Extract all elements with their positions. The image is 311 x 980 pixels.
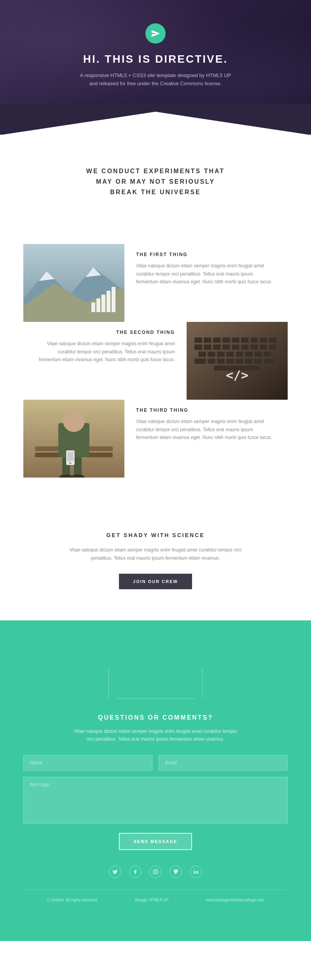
svg-rect-22 bbox=[194, 344, 202, 350]
experiments-heading: WE CONDUCT EXPERIMENTS THATMAY OR MAY NO… bbox=[31, 166, 280, 198]
svg-rect-15 bbox=[213, 337, 221, 343]
svg-rect-60 bbox=[67, 452, 73, 461]
feature-image-mountains bbox=[23, 244, 124, 322]
github-icon[interactable] bbox=[169, 866, 182, 878]
svg-rect-45 bbox=[254, 358, 262, 364]
footer-middle: Design: HTML5 UP bbox=[135, 898, 169, 902]
svg-rect-39 bbox=[194, 358, 206, 364]
svg-rect-33 bbox=[217, 351, 225, 357]
svg-rect-43 bbox=[236, 358, 243, 364]
hero-section: HI. THIS IS DIRECTIVE. A responsive HTML… bbox=[0, 0, 311, 135]
svg-rect-24 bbox=[213, 344, 221, 350]
svg-point-61 bbox=[70, 462, 72, 464]
feature-row-2: </> THE SECOND THING Vitae natoque dictu… bbox=[23, 322, 288, 400]
svg-rect-10 bbox=[107, 291, 110, 312]
experiments-section: WE CONDUCT EXPERIMENTS THATMAY OR MAY NO… bbox=[0, 135, 311, 244]
svg-rect-44 bbox=[245, 358, 253, 364]
svg-rect-42 bbox=[226, 358, 234, 364]
feature-text-2: THE SECOND THING Vitae natoque dictum et… bbox=[23, 322, 187, 371]
svg-rect-28 bbox=[250, 344, 258, 350]
svg-rect-18 bbox=[241, 337, 249, 343]
svg-rect-26 bbox=[232, 344, 239, 350]
svg-rect-32 bbox=[208, 351, 215, 357]
feature-text-1: THE FIRST THING Vitae natoque dictum eti… bbox=[124, 244, 288, 293]
svg-rect-14 bbox=[204, 337, 211, 343]
sep-line-left bbox=[108, 667, 109, 698]
cta-section: GET SHADY WITH SCIENCE Vitae natoque dic… bbox=[0, 509, 311, 620]
green-section-chevron bbox=[23, 620, 288, 652]
svg-rect-8 bbox=[96, 299, 100, 312]
cta-heading: GET SHADY WITH SCIENCE bbox=[31, 532, 280, 538]
svg-rect-31 bbox=[198, 351, 206, 357]
contact-heading: QUESTIONS OR COMMENTS? bbox=[23, 714, 288, 721]
hero-title: HI. THIS IS DIRECTIVE. bbox=[16, 53, 295, 65]
facebook-icon[interactable] bbox=[129, 866, 142, 878]
feature-row-3: THE THIRD THING Vitae natoque dictum eti… bbox=[23, 400, 288, 478]
form-name-email-row bbox=[23, 755, 288, 771]
hero-icon-circle bbox=[145, 23, 166, 44]
contact-section: QUESTIONS OR COMMENTS? Vitae natoque dic… bbox=[0, 620, 311, 941]
svg-rect-30 bbox=[269, 344, 277, 350]
footer: © Untitled. All rights reserved. Design:… bbox=[23, 890, 288, 910]
svg-rect-19 bbox=[250, 337, 258, 343]
send-message-button[interactable]: SEND MESSAGE bbox=[119, 833, 192, 850]
feature-title-3: THE THIRD THING bbox=[136, 407, 276, 413]
svg-rect-65 bbox=[153, 869, 158, 874]
svg-rect-36 bbox=[245, 351, 253, 357]
svg-rect-38 bbox=[264, 351, 271, 357]
separator-lines bbox=[23, 667, 288, 699]
svg-rect-23 bbox=[204, 344, 211, 350]
instagram-icon[interactable] bbox=[149, 866, 162, 878]
feature-row-1: THE FIRST THING Vitae natoque dictum eti… bbox=[23, 244, 288, 322]
contact-container: QUESTIONS OR COMMENTS? Vitae natoque dic… bbox=[23, 652, 288, 878]
svg-rect-13 bbox=[194, 337, 202, 343]
join-crew-button[interactable]: JOIN OUR CREW bbox=[119, 574, 192, 589]
svg-point-66 bbox=[154, 871, 157, 873]
svg-rect-40 bbox=[208, 358, 215, 364]
feature-body-2: Vitae natoque dictum etiam semper magnis… bbox=[35, 340, 175, 364]
feature-image-keyboard: </> bbox=[187, 322, 288, 400]
svg-rect-27 bbox=[241, 344, 249, 350]
feature-body-3: Vitae natoque dictum etiam semper magnis… bbox=[136, 418, 276, 441]
svg-rect-25 bbox=[222, 344, 230, 350]
svg-rect-46 bbox=[264, 358, 275, 364]
name-input[interactable] bbox=[23, 755, 152, 771]
svg-rect-9 bbox=[101, 295, 105, 312]
svg-rect-20 bbox=[260, 337, 267, 343]
footer-left: © Untitled. All rights reserved. bbox=[47, 898, 98, 902]
message-textarea[interactable] bbox=[23, 777, 288, 824]
svg-rect-41 bbox=[217, 358, 225, 364]
feature-title-2: THE SECOND THING bbox=[35, 330, 175, 335]
paper-plane-icon bbox=[151, 29, 160, 38]
svg-text:</>: </> bbox=[226, 368, 248, 383]
svg-point-68 bbox=[194, 869, 194, 870]
email-input[interactable] bbox=[159, 755, 288, 771]
footer-right: www.heritagechristiancollege.com bbox=[206, 898, 264, 902]
feature-text-3: THE THIRD THING Vitae natoque dictum eti… bbox=[124, 400, 288, 449]
hero-chevron bbox=[0, 104, 311, 135]
linkedin-icon[interactable] bbox=[190, 866, 202, 878]
svg-rect-17 bbox=[232, 337, 239, 343]
hero-subtitle: A responsive HTML5 + CSS3 site template … bbox=[74, 72, 237, 88]
features-section: THE FIRST THING Vitae natoque dictum eti… bbox=[0, 244, 311, 509]
sep-line-right bbox=[202, 667, 203, 698]
twitter-icon[interactable] bbox=[109, 866, 121, 878]
svg-point-67 bbox=[156, 870, 157, 871]
contact-body: Vitae natoque dictum etiam semper magnis… bbox=[74, 727, 237, 743]
svg-rect-7 bbox=[91, 302, 95, 312]
social-icons-row bbox=[23, 866, 288, 878]
svg-rect-34 bbox=[226, 351, 234, 357]
hero-content: HI. THIS IS DIRECTIVE. A responsive HTML… bbox=[16, 23, 295, 88]
feature-image-bench bbox=[23, 400, 124, 478]
svg-rect-21 bbox=[269, 337, 277, 343]
svg-rect-35 bbox=[236, 351, 243, 357]
feature-body-1: Vitae natoque dictum etiam semper magnis… bbox=[136, 262, 276, 286]
cta-body: Vitae natoque dictum etiam semper magnis… bbox=[66, 546, 245, 562]
sep-line-horizontal bbox=[117, 698, 194, 699]
svg-rect-29 bbox=[260, 344, 267, 350]
svg-point-57 bbox=[63, 410, 85, 432]
svg-rect-37 bbox=[254, 351, 262, 357]
svg-rect-11 bbox=[112, 287, 115, 312]
feature-title-1: THE FIRST THING bbox=[136, 252, 276, 257]
svg-rect-16 bbox=[222, 337, 230, 343]
